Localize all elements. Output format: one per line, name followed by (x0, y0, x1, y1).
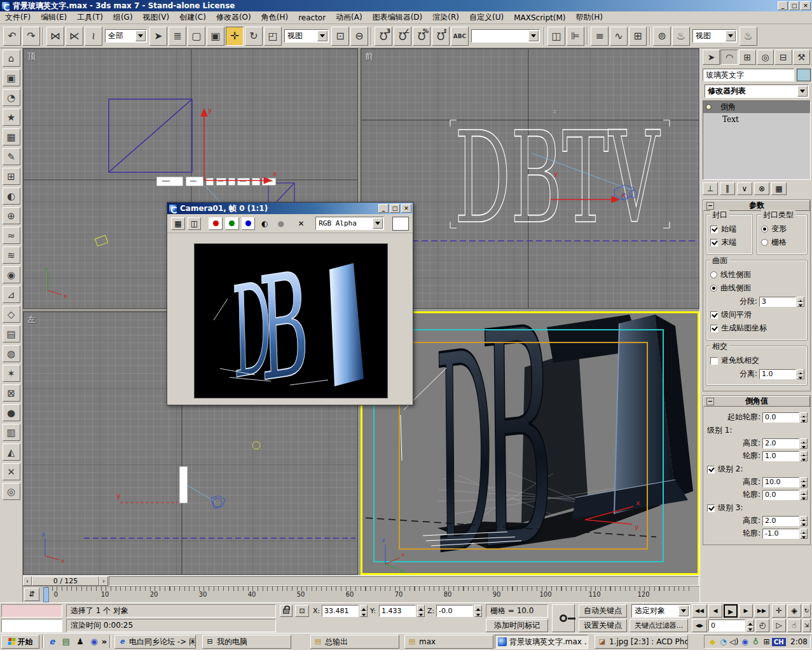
menu-maxscript[interactable]: MAXScript(M) (509, 12, 570, 24)
chevron-down-icon[interactable] (678, 606, 689, 616)
viewport-front-label[interactable]: 前 (365, 51, 373, 62)
chevron-down-icon[interactable] (317, 30, 327, 41)
menu-help[interactable]: 帮助(H) (570, 11, 607, 24)
chevron-down-icon[interactable] (135, 30, 146, 41)
move-gizmo[interactable]: y (116, 492, 178, 503)
checkbox-icon[interactable] (710, 239, 718, 247)
viewport-left-label[interactable]: 左 (27, 314, 36, 325)
close-button[interactable]: ✕ (401, 204, 411, 213)
checkbox-icon[interactable] (707, 504, 715, 512)
bevel-values-rollout-header[interactable]: − 倒角值 (703, 396, 810, 407)
percent-snap-icon[interactable]: Ω% (413, 27, 430, 46)
go-to-end-icon[interactable]: ▶▶ (754, 604, 769, 618)
level1-outline-field[interactable]: 1.0 (762, 451, 799, 461)
level2-height-field[interactable]: 10.0 (762, 477, 799, 487)
close-button[interactable]: ✕ (801, 1, 811, 10)
time-slider-track[interactable] (109, 576, 699, 586)
angle-snap-icon[interactable]: Ω∠ (394, 27, 411, 46)
maximize-button[interactable]: □ (390, 204, 400, 213)
taskbar-item-my-computer[interactable]: ⊟ 我的电脑 (202, 635, 291, 649)
blue-channel-icon[interactable] (242, 217, 256, 230)
select-and-link-icon[interactable]: ⋈ (46, 27, 64, 46)
render-frame-window[interactable]: Camera01, 帧 0 (1:1) _ □ ✕ ▦ ◫ ◐ ● ✕ RGB … (167, 202, 413, 405)
menu-modifiers[interactable]: 修改器(O) (211, 11, 256, 24)
curve-editor-icon[interactable]: ∿ (610, 27, 628, 46)
tray-radar-icon[interactable]: ◉ (740, 637, 750, 646)
radio-icon[interactable] (761, 239, 768, 246)
red-channel-icon[interactable] (209, 217, 223, 230)
spinner-control[interactable] (747, 620, 754, 632)
named-selection-dropdown[interactable] (471, 29, 540, 43)
spinner-control[interactable] (800, 477, 808, 487)
layer-manager-icon[interactable]: ≡ (591, 27, 609, 46)
level2-outline-field[interactable]: 0.0 (762, 490, 799, 500)
set-keys-button[interactable]: 设置关键点 (579, 619, 627, 632)
spinner-control[interactable] (800, 529, 808, 539)
quicklaunch-overflow-icon[interactable]: » (100, 635, 108, 648)
tool-icon[interactable]: ⊿ (3, 286, 20, 303)
viewport-top-label[interactable]: 顶 (27, 51, 36, 62)
level3-height-field[interactable]: 2.0 (762, 516, 799, 526)
x-coord-field[interactable]: 33.481 (322, 605, 359, 617)
schematic-view-icon[interactable]: ⊞ (629, 27, 647, 46)
tool-icon[interactable]: ▣ (3, 69, 20, 86)
text-spline-left-view[interactable] (179, 466, 188, 503)
move-gizmo[interactable]: y x (201, 106, 277, 184)
helper-object[interactable] (95, 235, 107, 246)
keep-lines-from-crossing-checkbox[interactable]: 避免线相交 (710, 355, 804, 366)
auto-key-button[interactable]: 自动关键点 (579, 604, 627, 618)
menu-rendering[interactable]: 渲染(R) (427, 11, 464, 24)
tool-icon[interactable]: ◔ (3, 89, 20, 106)
tool-icon[interactable]: ★ (3, 109, 20, 126)
selection-filter-dropdown[interactable]: 全部 (105, 29, 147, 43)
configure-modifier-sets-icon[interactable]: ▦ (771, 182, 787, 195)
tab-motion-icon[interactable]: ◎ (757, 50, 774, 65)
level2-checkbox[interactable]: 级别 2: (707, 464, 808, 475)
tab-utilities-icon[interactable]: ⚒ (793, 50, 810, 65)
play-animation-icon[interactable]: ▶ (724, 604, 738, 618)
tool-icon[interactable]: ✎ (3, 148, 20, 165)
tool-icon[interactable]: ⌂ (3, 50, 20, 67)
key-mode-toggle-icon[interactable]: ◀▶ (692, 619, 707, 632)
save-bitmap-icon[interactable]: ▦ (171, 217, 185, 230)
maxscript-listener-pink[interactable] (1, 604, 62, 618)
linear-sides-radio[interactable]: 线性侧面 (710, 269, 804, 280)
menu-customize[interactable]: 自定义(U) (464, 11, 509, 24)
language-indicator[interactable]: CH (772, 638, 786, 646)
tool-icon[interactable]: ◇ (3, 306, 20, 323)
tool-icon[interactable]: ● (3, 404, 20, 421)
zoom-extents-icon[interactable]: ◈ (787, 604, 801, 618)
taskbar-item-3dsmax-active[interactable]: 背景玻璃英文字.max ... (495, 635, 588, 649)
menu-file[interactable]: 文件(F) (0, 11, 36, 24)
menu-edit[interactable]: 编辑(E) (36, 11, 72, 24)
chevron-down-icon[interactable] (726, 30, 736, 41)
clone-window-icon[interactable]: ◫ (188, 217, 202, 230)
menu-animation[interactable]: 动画(A) (331, 11, 368, 24)
taskbar-item-acdsee[interactable]: ◪ 1.jpg [2:3] : ACD Phot... (595, 635, 688, 649)
bind-to-spacewarp-icon[interactable]: ≀ (85, 27, 102, 46)
tool-icon[interactable]: ◎ (3, 483, 20, 500)
tab-create-icon[interactable]: ➤ (703, 50, 720, 65)
make-unique-icon[interactable]: ∨ (737, 182, 752, 195)
text-spline-front-view[interactable]: DBTV (455, 104, 661, 252)
tool-icon[interactable]: ≋ (3, 247, 20, 264)
alpha-channel-icon[interactable]: ● (274, 217, 288, 230)
quicklaunch-qq-icon[interactable]: ♟ (74, 635, 86, 648)
tray-network-icon[interactable]: ♁ (750, 637, 761, 646)
current-frame-field[interactable]: 0 (708, 620, 745, 632)
chevron-down-icon[interactable] (797, 86, 808, 97)
menu-character[interactable]: 角色(H) (256, 11, 293, 24)
key-filters-button[interactable]: 关键点过滤器... (630, 619, 688, 632)
time-slider-prev-icon[interactable]: ‹ (23, 576, 32, 586)
checkbox-icon[interactable] (707, 466, 715, 473)
spinner-control[interactable] (800, 438, 808, 449)
level3-outline-field[interactable]: -1.0 (762, 529, 799, 539)
select-by-name-icon[interactable]: ≣ (169, 27, 186, 46)
key-mode-dropdown[interactable]: 选定对象 (631, 604, 690, 618)
collapse-icon[interactable]: − (706, 398, 714, 405)
clear-icon[interactable]: ✕ (294, 217, 308, 230)
spinner-control[interactable] (797, 297, 804, 307)
level1-height-field[interactable]: 2.0 (762, 438, 799, 449)
show-end-result-icon[interactable]: ‖ (720, 182, 735, 195)
arc-rotate-icon[interactable]: ↻ (802, 604, 811, 618)
